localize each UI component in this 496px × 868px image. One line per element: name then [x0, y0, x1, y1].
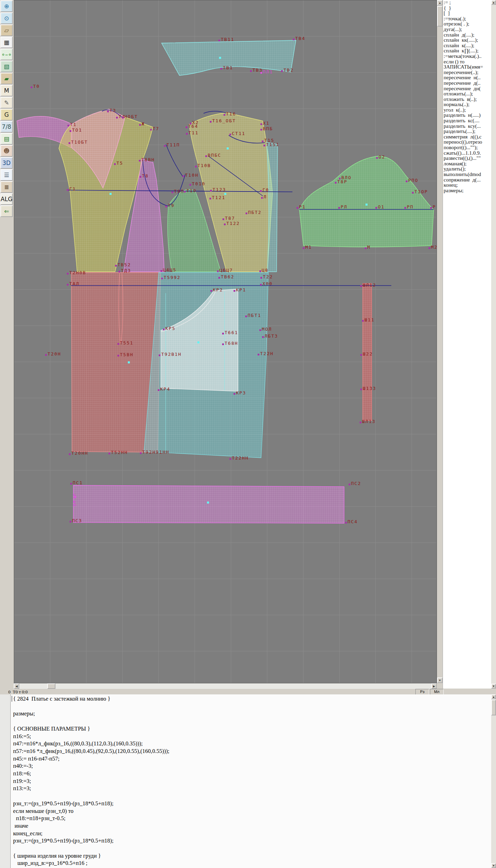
- command-item[interactable]: разделить(....);: [443, 129, 492, 134]
- point-marker[interactable]: [195, 166, 197, 167]
- point-marker[interactable]: [140, 452, 142, 454]
- point-marker[interactable]: [234, 290, 235, 292]
- scroll-up-icon[interactable]: ▲: [437, 0, 443, 6]
- point-marker[interactable]: [186, 126, 187, 128]
- drafting-tools-button[interactable]: ✎: [0, 97, 13, 108]
- point-marker[interactable]: [69, 142, 70, 144]
- point-marker[interactable]: [262, 141, 264, 142]
- command-item[interactable]: если () то: [443, 59, 492, 65]
- point-marker[interactable]: [428, 247, 430, 249]
- point-marker[interactable]: [70, 521, 71, 523]
- command-item[interactable]: отложить(...);: [443, 91, 492, 97]
- command-item[interactable]: пересечение д(..: [443, 81, 492, 86]
- point-marker[interactable]: [210, 190, 212, 192]
- scroll-up-icon[interactable]: ▲: [491, 0, 496, 5]
- books-button[interactable]: ≣: [0, 181, 13, 193]
- command-item[interactable]: :=точка(.);: [443, 16, 492, 22]
- command-item[interactable]: { }: [443, 6, 492, 11]
- command-item[interactable]: перенос((),отрезо: [443, 140, 492, 145]
- zoom-tool-button[interactable]: ⊙: [0, 12, 13, 24]
- scroll-right-icon[interactable]: ▶: [431, 683, 437, 689]
- scroll-down-icon[interactable]: ▼: [491, 684, 496, 689]
- code-text[interactable]: { 2824 Платье с застежкой на молнию } ра…: [13, 695, 490, 867]
- point-marker[interactable]: [69, 453, 71, 455]
- command-item[interactable]: симметрия л((),с: [443, 134, 492, 140]
- code-scroll-thumb[interactable]: [491, 700, 496, 715]
- point-marker[interactable]: [259, 329, 261, 331]
- point-marker[interactable]: [122, 117, 124, 118]
- point-marker[interactable]: [404, 207, 406, 209]
- piece-outline-button[interactable]: ▰: [0, 73, 13, 84]
- point-marker[interactable]: [360, 389, 362, 390]
- command-item[interactable]: дуга(...);: [443, 27, 492, 32]
- point-marker[interactable]: [114, 163, 116, 165]
- algorithm-code-panel[interactable]: { 2824 Платье с застежкой на молнию } ра…: [0, 694, 496, 868]
- point-marker[interactable]: [116, 117, 118, 118]
- point-marker[interactable]: [183, 175, 184, 177]
- hscroll-thumb[interactable]: [47, 683, 55, 689]
- copy-piece-button[interactable]: ▱: [0, 24, 13, 36]
- point-marker[interactable]: [262, 336, 264, 338]
- command-item[interactable]: ломаная();: [443, 161, 492, 167]
- point-marker[interactable]: [209, 198, 211, 199]
- table-document-button[interactable]: ▤: [0, 133, 13, 145]
- point-marker[interactable]: [159, 354, 161, 356]
- command-item[interactable]: нормаль(..);: [443, 102, 492, 107]
- command-item[interactable]: := ;: [443, 0, 492, 6]
- scroll-left-icon[interactable]: ◀: [14, 683, 19, 689]
- point-marker[interactable]: [117, 343, 119, 345]
- point-marker[interactable]: [68, 125, 69, 126]
- grid-button[interactable]: ▦: [0, 37, 13, 48]
- point-marker[interactable]: [210, 290, 212, 292]
- point-marker[interactable]: [360, 422, 361, 423]
- point-marker[interactable]: [163, 329, 165, 330]
- point-marker[interactable]: [303, 247, 304, 249]
- command-item[interactable]: разделить ксу(...: [443, 124, 492, 129]
- point-marker[interactable]: [430, 207, 432, 209]
- point-marker[interactable]: [158, 389, 159, 391]
- point-marker[interactable]: [45, 354, 47, 356]
- command-item[interactable]: сжать(()...1.1.0.9.: [443, 151, 492, 156]
- command-item[interactable]: сплайн д(....);: [443, 32, 492, 38]
- point-marker[interactable]: [108, 453, 110, 454]
- vscroll-thumb[interactable]: [437, 6, 443, 27]
- command-item[interactable]: разделить н(.....): [443, 113, 492, 118]
- point-marker[interactable]: [338, 207, 340, 209]
- point-marker[interactable]: [293, 39, 294, 40]
- point-marker[interactable]: [67, 284, 69, 286]
- point-marker[interactable]: [31, 86, 32, 88]
- scroll-down-icon[interactable]: ▼: [437, 678, 443, 683]
- point-marker[interactable]: [222, 343, 224, 345]
- point-marker[interactable]: [218, 277, 220, 279]
- point-marker[interactable]: [161, 270, 162, 272]
- command-item[interactable]: поворот(()..."");: [443, 145, 492, 151]
- command-item[interactable]: ЗАПИСАТЬ(имя=: [443, 64, 492, 70]
- point-marker[interactable]: [261, 197, 263, 199]
- point-marker[interactable]: [229, 458, 231, 460]
- scroll-down-icon[interactable]: ▼: [491, 863, 496, 868]
- point-marker[interactable]: [376, 157, 378, 159]
- rz-button[interactable]: Рз: [415, 689, 429, 695]
- point-marker[interactable]: [161, 278, 163, 279]
- command-list-button[interactable]: ☰: [0, 169, 13, 181]
- point-marker[interactable]: [220, 68, 222, 70]
- blueprint-button[interactable]: 7/8: [0, 121, 13, 133]
- point-marker[interactable]: [229, 134, 231, 135]
- point-marker[interactable]: [139, 124, 141, 126]
- command-item[interactable]: :=метка(точка(.)..: [443, 54, 492, 59]
- point-marker[interactable]: [260, 284, 262, 286]
- point-marker[interactable]: [164, 145, 166, 147]
- canvas-horizontal-scrollbar[interactable]: ◀ ▶: [14, 683, 437, 689]
- command-item[interactable]: удалить();: [443, 166, 492, 172]
- point-marker[interactable]: [223, 218, 224, 220]
- point-marker[interactable]: [412, 192, 414, 194]
- point-marker[interactable]: [67, 273, 69, 275]
- g-document-button[interactable]: G: [0, 109, 13, 121]
- point-marker[interactable]: [67, 189, 69, 191]
- point-marker[interactable]: [365, 247, 366, 249]
- point-marker[interactable]: [362, 320, 364, 322]
- point-marker[interactable]: [140, 176, 141, 178]
- command-item[interactable]: конец;: [443, 183, 492, 188]
- point-marker[interactable]: [281, 70, 283, 72]
- command-item[interactable]: пересечение н(..: [443, 75, 492, 81]
